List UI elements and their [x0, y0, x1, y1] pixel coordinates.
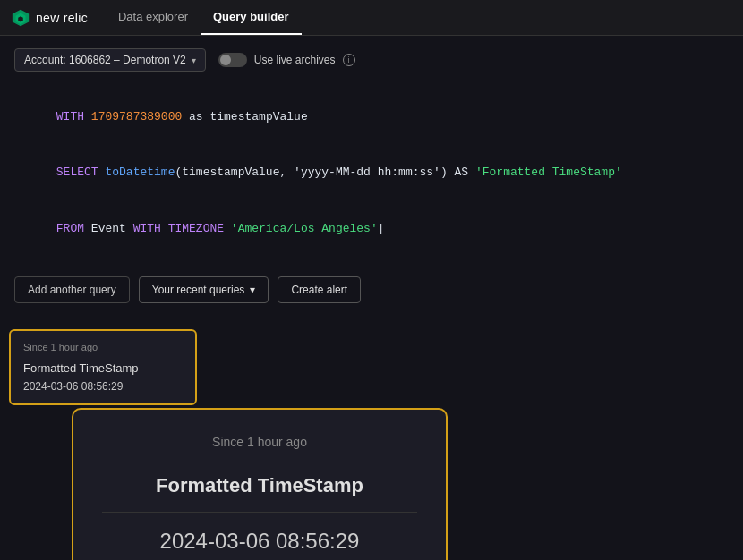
info-icon[interactable]: i — [343, 54, 355, 66]
chevron-down-icon: ▾ — [250, 284, 255, 296]
small-card-metric-label: Formatted TimeStamp — [23, 361, 183, 375]
toggle-label: Use live archives — [254, 54, 336, 66]
large-card-metric-label: Formatted TimeStamp — [102, 474, 417, 513]
toolbar-row: Account: 1606862 – Demotron V2 ▾ Use liv… — [14, 48, 729, 72]
logo-text: new relic — [36, 11, 88, 25]
create-alert-button[interactable]: Create alert — [278, 276, 361, 303]
top-bar: new relic Data explorer Query builder — [0, 0, 743, 36]
todatetime-fn: toDatetime — [105, 165, 175, 179]
small-result-card: Since 1 hour ago Formatted TimeStamp 202… — [9, 329, 197, 405]
with-keyword: WITH — [56, 110, 84, 123]
buttons-row: Add another query Your recent queries ▾ … — [14, 267, 729, 318]
tab-data-explorer[interactable]: Data explorer — [106, 0, 201, 35]
account-selector[interactable]: Account: 1606862 – Demotron V2 ▾ — [14, 48, 206, 72]
nav-tabs: Data explorer Query builder — [106, 0, 302, 35]
from-keyword: FROM — [56, 222, 84, 235]
main-content: Account: 1606862 – Demotron V2 ▾ Use liv… — [0, 36, 743, 318]
results-area: Since 1 hour ago Formatted TimeStamp 202… — [0, 318, 743, 560]
new-relic-logo-icon — [11, 8, 30, 28]
recent-queries-button[interactable]: Your recent queries ▾ — [139, 276, 269, 303]
large-result-card: Since 1 hour ago Formatted TimeStamp 202… — [72, 408, 448, 560]
query-line-2: SELECT toDatetime(timestampValue, 'yyyy-… — [14, 145, 729, 200]
account-label: Account: 1606862 – Demotron V2 — [24, 54, 186, 66]
timezone-string: 'America/Los_Angeles' — [224, 222, 378, 235]
query-line-3: FROM Event WITH TIMEZONE 'America/Los_An… — [14, 201, 729, 257]
large-card-metric-value: 2024-03-06 08:56:29 — [102, 529, 417, 554]
alias-string: 'Formatted TimeStamp' — [475, 165, 622, 179]
small-card-metric-value: 2024-03-06 08:56:29 — [23, 380, 183, 393]
live-archives-toggle-wrap: Use live archives i — [218, 53, 355, 67]
select-keyword: SELECT — [56, 165, 98, 179]
large-card-since: Since 1 hour ago — [102, 435, 417, 449]
add-another-query-button[interactable]: Add another query — [14, 276, 130, 303]
tab-query-builder[interactable]: Query builder — [201, 0, 302, 35]
query-line-1: WITH 1709787389000 as timestampValue — [14, 89, 729, 145]
small-card-since: Since 1 hour ago — [23, 342, 183, 352]
live-archives-toggle[interactable] — [218, 53, 247, 67]
logo: new relic — [11, 8, 88, 28]
chevron-down-icon: ▾ — [192, 55, 196, 65]
query-editor[interactable]: WITH 1709787389000 as timestampValue SEL… — [14, 84, 729, 267]
with-timezone-keyword: WITH TIMEZONE — [133, 222, 224, 235]
timestamp-number: 1709787389000 — [91, 110, 182, 123]
